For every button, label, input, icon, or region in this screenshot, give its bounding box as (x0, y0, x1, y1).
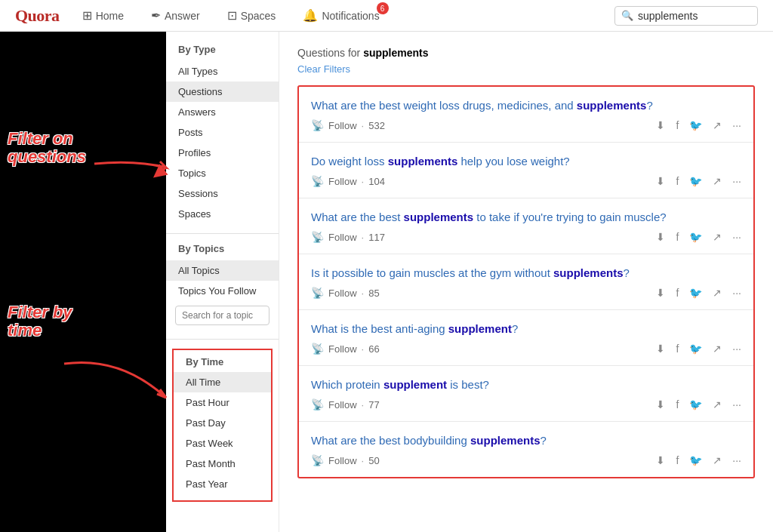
sidebar: By Type All Types Questions Answers Post… (166, 32, 279, 532)
meta-actions: ⬇ f 🐦 ↗ ··· (656, 175, 741, 187)
question-title[interactable]: What are the best bodybuilding supplemen… (311, 432, 741, 448)
share-icon[interactable]: ↗ (713, 398, 722, 411)
sidebar-item-past-month[interactable]: Past Month (174, 454, 271, 474)
follow-label[interactable]: Follow (328, 288, 357, 299)
nav-notifications-label: Notifications (322, 10, 379, 22)
arrow-time (60, 349, 181, 409)
question-title[interactable]: Which protein supplement is best? (311, 377, 741, 392)
downvote-icon[interactable]: ⬇ (656, 175, 665, 187)
sidebar-item-answers[interactable]: Answers (166, 102, 279, 122)
twitter-icon[interactable]: 🐦 (689, 343, 702, 355)
share-icon[interactable]: ↗ (713, 175, 722, 187)
follow-label[interactable]: Follow (328, 120, 357, 131)
annotation-area: Filter onquestions Filter bytime (0, 32, 166, 532)
highlight: supplements (404, 211, 474, 223)
sidebar-item-sessions[interactable]: Sessions (166, 183, 279, 204)
question-title[interactable]: What are the best supplements to take if… (311, 209, 741, 225)
follow-label[interactable]: Follow (328, 232, 357, 243)
results-keyword: supplements (363, 47, 428, 59)
twitter-icon[interactable]: 🐦 (689, 119, 702, 131)
downvote-icon[interactable]: ⬇ (656, 287, 665, 299)
sidebar-item-past-year[interactable]: Past Year (174, 474, 271, 494)
sidebar-item-past-week[interactable]: Past Week (174, 433, 271, 454)
sidebar-item-questions[interactable]: Questions (166, 81, 279, 102)
question-title[interactable]: What is the best anti-aging supplement? (311, 321, 741, 337)
share-icon[interactable]: ↗ (713, 119, 722, 131)
more-icon[interactable]: ··· (732, 454, 741, 466)
share-icon[interactable]: ↗ (713, 454, 722, 466)
sidebar-item-profiles[interactable]: Profiles (166, 143, 279, 163)
question-meta: 📡 Follow · 77 ⬇ f 🐦 ↗ ··· (311, 398, 741, 411)
content-area: Questions for supplements Clear Filters … (279, 32, 773, 532)
follow-count: 77 (368, 399, 379, 411)
follow-count: 117 (368, 232, 385, 243)
dot-separator: · (362, 455, 365, 466)
twitter-icon[interactable]: 🐦 (689, 398, 702, 411)
nav-spaces-label: Spaces (241, 10, 276, 22)
meta-actions: ⬇ f 🐦 ↗ ··· (656, 343, 741, 355)
follow-label[interactable]: Follow (328, 176, 357, 187)
sidebar-item-spaces[interactable]: Spaces (166, 204, 279, 224)
sidebar-item-posts[interactable]: Posts (166, 122, 279, 143)
by-time-section: By Time All Time Past Hour Past Day Past… (172, 349, 273, 502)
share-icon[interactable]: ↗ (713, 231, 722, 243)
search-box[interactable]: 🔍 (614, 6, 758, 26)
sidebar-item-topics-follow[interactable]: Topics You Follow (166, 281, 279, 301)
by-time-title: By Time (174, 356, 271, 372)
follow-label[interactable]: Follow (328, 455, 357, 466)
facebook-icon[interactable]: f (676, 454, 679, 466)
topic-search-input[interactable] (175, 306, 269, 325)
questions-list: What are the best weight loss drugs, med… (297, 85, 755, 478)
more-icon[interactable]: ··· (732, 287, 741, 299)
twitter-icon[interactable]: 🐦 (689, 454, 702, 466)
follow-label[interactable]: Follow (328, 343, 357, 355)
downvote-icon[interactable]: ⬇ (656, 231, 665, 243)
downvote-icon[interactable]: ⬇ (656, 398, 665, 411)
facebook-icon[interactable]: f (676, 175, 679, 187)
question-meta: 📡 Follow · 104 ⬇ f 🐦 ↗ ··· (311, 175, 741, 187)
facebook-icon[interactable]: f (676, 231, 679, 243)
downvote-icon[interactable]: ⬇ (656, 454, 665, 466)
sidebar-item-past-hour[interactable]: Past Hour (174, 392, 271, 413)
more-icon[interactable]: ··· (732, 119, 741, 131)
share-icon[interactable]: ↗ (713, 343, 722, 355)
sidebar-item-topics[interactable]: Topics (166, 163, 279, 183)
question-meta: 📡 Follow · 117 ⬇ f 🐦 ↗ ··· (311, 231, 741, 243)
twitter-icon[interactable]: 🐦 (689, 287, 702, 299)
question-title[interactable]: Is it possible to gain muscles at the gy… (311, 265, 741, 281)
facebook-icon[interactable]: f (676, 287, 679, 299)
dot-separator: · (362, 399, 365, 411)
highlight: supplement (448, 322, 512, 335)
sidebar-item-past-day[interactable]: Past Day (174, 413, 271, 433)
facebook-icon[interactable]: f (676, 343, 679, 355)
more-icon[interactable]: ··· (732, 175, 741, 187)
downvote-icon[interactable]: ⬇ (656, 343, 665, 355)
downvote-icon[interactable]: ⬇ (656, 119, 665, 131)
more-icon[interactable]: ··· (732, 231, 741, 243)
by-type-title: By Type (166, 44, 279, 61)
sidebar-item-all-topics[interactable]: All Topics (166, 260, 279, 281)
facebook-icon[interactable]: f (676, 398, 679, 411)
sidebar-item-all-time[interactable]: All Time (174, 372, 271, 392)
nav-spaces[interactable]: ⊡ Spaces (223, 5, 281, 26)
follow-label[interactable]: Follow (328, 399, 357, 411)
nav-home[interactable]: ⊞ Home (78, 5, 128, 26)
share-icon[interactable]: ↗ (713, 287, 722, 299)
twitter-icon[interactable]: 🐦 (689, 175, 702, 187)
nav-answer[interactable]: ✒ Answer (146, 5, 205, 26)
question-title[interactable]: Do weight loss supplements help you lose… (311, 153, 741, 169)
clear-filters-link[interactable]: Clear Filters (297, 63, 755, 75)
highlight: supplements (553, 266, 624, 279)
more-icon[interactable]: ··· (732, 343, 741, 355)
nav-notifications[interactable]: 🔔 Notifications 6 (298, 5, 383, 26)
more-icon[interactable]: ··· (732, 398, 741, 411)
question-title[interactable]: What are the best weight loss drugs, med… (311, 97, 741, 113)
search-input[interactable] (638, 10, 751, 22)
facebook-icon[interactable]: f (676, 119, 679, 131)
logo[interactable]: Quora (15, 6, 60, 26)
highlight: supplements (577, 99, 647, 112)
sidebar-item-all-types[interactable]: All Types (166, 61, 279, 81)
nav-home-label: Home (96, 10, 124, 22)
table-row: What are the best supplements to take if… (299, 198, 753, 254)
twitter-icon[interactable]: 🐦 (689, 231, 702, 243)
